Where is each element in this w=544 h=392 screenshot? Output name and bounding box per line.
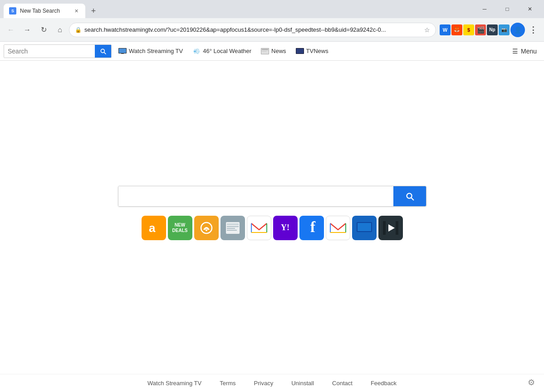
lock-icon: 🔒 (75, 27, 82, 33)
yahoo-shortcut[interactable]: Y! (273, 216, 298, 240)
new-deals-shortcut[interactable]: NEWDEALS (168, 216, 192, 240)
local-weather-link[interactable]: 💨 46° Local Weather (189, 46, 254, 56)
svg-point-12 (206, 229, 207, 231)
profile-button[interactable]: 👤 (510, 23, 525, 37)
svg-rect-14 (227, 223, 239, 225)
browser-frame: S New Tab Search ✕ + ─ □ ✕ ← → ↻ ⌂ 🔒 sea… (0, 0, 544, 392)
address-text: search.hwatchstreamingtv.com/?uc=2019022… (84, 26, 421, 33)
tab-favicon: S (9, 7, 16, 15)
svg-rect-5 (262, 49, 268, 50)
bookmark-icon[interactable]: ☆ (424, 26, 430, 34)
facebook-text: f (310, 218, 315, 236)
amazon-shortcut[interactable]: a (142, 216, 166, 240)
facebook-shortcut[interactable]: f (299, 216, 324, 240)
svg-rect-20 (362, 232, 367, 233)
browser-tab[interactable]: S New Tab Search ✕ (4, 4, 85, 18)
main-search-button[interactable] (393, 186, 426, 206)
forward-button[interactable]: → (20, 23, 34, 37)
news-label: News (271, 48, 286, 54)
reload-button[interactable]: ↻ (36, 23, 51, 37)
tab-close-button[interactable]: ✕ (73, 7, 80, 15)
svg-rect-21 (360, 233, 368, 234)
footer-privacy[interactable]: Privacy (254, 380, 274, 387)
main-search-input[interactable] (118, 186, 393, 206)
tab-title: New Tab Search (20, 8, 69, 14)
menu-label: Menu (521, 48, 537, 55)
maximize-button[interactable]: □ (497, 2, 518, 16)
tvnews-label: TVNews (306, 48, 328, 54)
page-toolbar: Watch Streaming TV 💨 46° Local Weather N… (0, 42, 544, 61)
page-footer: Watch Streaming TV Terms Privacy Uninsta… (0, 374, 544, 392)
svg-rect-6 (262, 50, 268, 51)
address-bar: ← → ↻ ⌂ 🔒 search.hwatchstreamingtv.com/?… (0, 18, 544, 42)
svg-rect-19 (358, 223, 371, 231)
page-search-input[interactable] (4, 45, 95, 58)
page-content: a NEWDEALS (0, 61, 544, 392)
window-controls: ─ □ ✕ (474, 2, 540, 16)
center-search: a NEWDEALS (118, 186, 426, 240)
extension-icon-6[interactable]: 📷 (499, 24, 510, 35)
menu-icon: ☰ (512, 48, 518, 55)
address-input[interactable]: 🔒 search.hwatchstreamingtv.com/?uc=20190… (69, 23, 436, 37)
tvnews-shortcut-icon[interactable] (352, 216, 377, 240)
gmail2-shortcut[interactable] (326, 216, 350, 240)
svg-rect-7 (262, 51, 266, 52)
back-button[interactable]: ← (4, 23, 18, 37)
title-bar: S New Tab Search ✕ + ─ □ ✕ (0, 0, 544, 18)
more-menu-button[interactable]: ⋮ (526, 23, 540, 37)
minimize-button[interactable]: ─ (474, 2, 495, 16)
news-icon (260, 48, 270, 54)
svg-rect-17 (227, 230, 237, 231)
watch-streaming-icon (118, 48, 127, 54)
settings-icon[interactable]: ⚙ (528, 377, 539, 388)
weather-icon: 💨 (192, 48, 201, 54)
svg-rect-2 (121, 53, 124, 54)
watch-streaming-label: Watch Streaming TV (129, 48, 183, 54)
page-search-button[interactable] (95, 45, 111, 58)
extension-icon-5[interactable]: Np (487, 24, 498, 35)
svg-rect-16 (227, 228, 235, 229)
svg-rect-25 (396, 221, 398, 235)
footer-feedback[interactable]: Feedback (371, 380, 397, 387)
local-weather-label: 46° Local Weather (203, 48, 251, 54)
footer-uninstall[interactable]: Uninstall (291, 380, 314, 387)
extension-icons: W 🦊 $ 🎬 Np 📷 👤 ⋮ (440, 23, 540, 37)
footer-watch-streaming-tv[interactable]: Watch Streaming TV (147, 380, 201, 387)
svg-rect-1 (119, 48, 126, 53)
yahoo-text: Y! (281, 223, 289, 232)
news-link[interactable]: News (258, 46, 289, 56)
gmail-shortcut[interactable] (247, 216, 271, 240)
tvnews-link[interactable]: TVNews (293, 46, 331, 56)
new-tab-button[interactable]: + (87, 5, 100, 17)
extension-icon-2[interactable]: 🦊 (451, 24, 462, 35)
svg-rect-9 (296, 48, 304, 53)
extension-icon-4[interactable]: 🎬 (475, 24, 486, 35)
news-shortcut[interactable] (221, 216, 245, 240)
page-search-wrap (4, 44, 112, 58)
extension-icon-3[interactable]: $ (463, 24, 474, 35)
extension-icon-1[interactable]: W (440, 24, 451, 35)
video-shortcut[interactable] (378, 216, 403, 240)
svg-rect-15 (227, 226, 239, 227)
svg-rect-24 (383, 221, 386, 235)
shortcuts-row: a NEWDEALS (142, 216, 403, 240)
svg-text:a: a (149, 221, 156, 235)
watch-streaming-link[interactable]: Watch Streaming TV (115, 46, 186, 56)
audible-shortcut[interactable] (194, 216, 219, 240)
footer-contact[interactable]: Contact (332, 380, 353, 387)
tvnews-icon (295, 48, 304, 54)
close-button[interactable]: ✕ (519, 2, 540, 16)
home-button[interactable]: ⌂ (53, 23, 67, 37)
new-deals-text: NEWDEALS (172, 223, 188, 233)
main-search-bar (118, 186, 426, 207)
footer-terms[interactable]: Terms (220, 380, 235, 387)
menu-button[interactable]: ☰ Menu (509, 46, 540, 57)
